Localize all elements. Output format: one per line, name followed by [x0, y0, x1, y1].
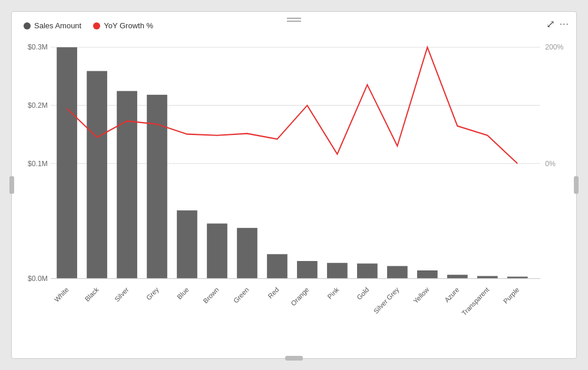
bar-white: [57, 47, 77, 279]
yoy-growth-dot: [93, 22, 100, 29]
yoy-growth-label: YoY Growth %: [104, 21, 153, 30]
drag-handle[interactable]: [287, 18, 301, 22]
expand-icon[interactable]: ⤢: [546, 18, 555, 31]
svg-text:Red: Red: [267, 286, 280, 300]
sales-amount-label: Sales Amount: [34, 21, 81, 30]
svg-text:Azure: Azure: [443, 286, 460, 303]
svg-text:Green: Green: [232, 286, 250, 305]
chart-area: $0.3M $0.2M $0.1M $0.0M 200% 0%: [18, 35, 570, 322]
legend-yoy-growth: YoY Growth %: [93, 21, 153, 30]
bar-pink: [327, 263, 348, 279]
bar-yellow: [417, 270, 438, 279]
svg-text:Purple: Purple: [502, 286, 520, 305]
svg-text:$0.1M: $0.1M: [28, 160, 48, 168]
svg-text:Gold: Gold: [355, 286, 370, 301]
svg-text:White: White: [53, 286, 70, 303]
bar-brown: [207, 223, 227, 278]
svg-text:200%: 200%: [545, 43, 563, 51]
bar-black: [87, 71, 107, 279]
svg-text:$0.0M: $0.0M: [28, 275, 48, 283]
bar-azure: [447, 275, 468, 278]
bar-green: [237, 228, 257, 279]
svg-text:$0.2M: $0.2M: [28, 101, 48, 110]
svg-text:Black: Black: [84, 286, 100, 303]
svg-text:Transparent: Transparent: [461, 286, 491, 317]
chart-container: ⤢ ··· Sales Amount YoY Growth % $0.3M $0…: [11, 11, 577, 359]
svg-text:Silver: Silver: [113, 286, 130, 303]
resize-bottom-handle[interactable]: [285, 356, 303, 361]
svg-text:Silver Grey: Silver Grey: [372, 286, 401, 315]
svg-text:Pink: Pink: [326, 286, 341, 300]
resize-right-handle[interactable]: [574, 176, 579, 194]
svg-text:$0.3M: $0.3M: [28, 43, 48, 51]
bar-red: [267, 254, 288, 278]
more-options-icon[interactable]: ···: [560, 19, 569, 29]
svg-text:Yellow: Yellow: [412, 286, 430, 305]
svg-text:0%: 0%: [545, 160, 556, 168]
bar-transparent: [477, 276, 498, 278]
sales-amount-dot: [24, 22, 31, 29]
resize-left-handle[interactable]: [9, 176, 14, 194]
svg-text:Blue: Blue: [176, 286, 190, 300]
svg-text:Orange: Orange: [290, 286, 310, 307]
bar-grey: [147, 95, 167, 279]
bar-blue: [177, 210, 197, 279]
bar-silver: [117, 91, 137, 278]
bar-silvergrey: [387, 266, 408, 279]
legend-sales-amount: Sales Amount: [24, 21, 81, 30]
chart-svg: $0.3M $0.2M $0.1M $0.0M 200% 0%: [18, 35, 570, 322]
svg-text:Grey: Grey: [145, 286, 160, 302]
bar-orange: [297, 261, 318, 279]
svg-text:Brown: Brown: [202, 286, 220, 305]
top-right-icons: ⤢ ···: [546, 18, 569, 31]
bar-gold: [357, 263, 378, 278]
